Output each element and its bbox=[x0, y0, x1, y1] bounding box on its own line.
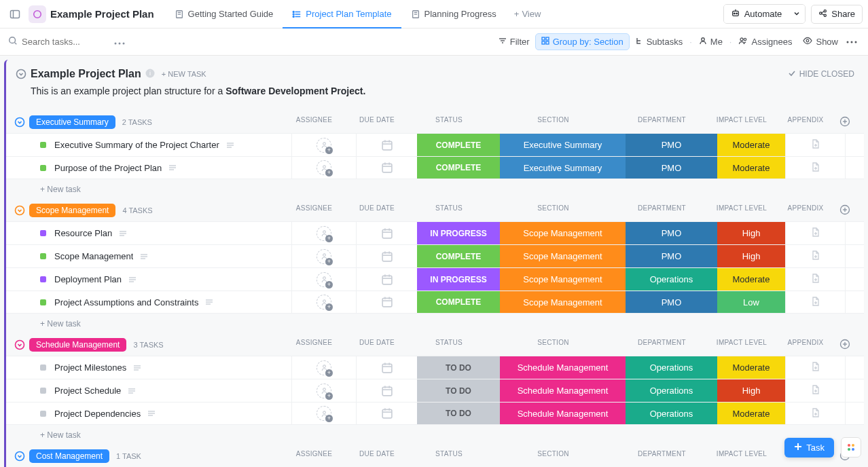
automate-button[interactable]: Automate bbox=[724, 5, 789, 23]
department-cell[interactable]: Operations bbox=[626, 356, 717, 379]
section-cell[interactable]: Scope Management bbox=[500, 291, 626, 313]
task-status-square[interactable] bbox=[40, 411, 46, 417]
appendix-cell[interactable] bbox=[785, 134, 845, 156]
col-impact[interactable]: IMPACT LEVEL bbox=[708, 204, 776, 217]
new-task-row[interactable]: + New task bbox=[6, 179, 864, 197]
task-status-square[interactable] bbox=[40, 165, 46, 171]
task-name[interactable]: Resource Plan bbox=[54, 228, 112, 238]
col-impact[interactable]: IMPACT LEVEL bbox=[708, 450, 776, 463]
add-assignee-icon[interactable] bbox=[317, 249, 331, 264]
col-appendix[interactable]: APPENDIX bbox=[776, 339, 835, 352]
new-task-row[interactable]: + New task bbox=[6, 314, 864, 331]
task-name[interactable]: Deployment Plan bbox=[54, 274, 122, 284]
section-chip[interactable]: Cost Management bbox=[29, 449, 109, 463]
col-impact[interactable]: IMPACT LEVEL bbox=[708, 339, 776, 352]
col-status[interactable]: STATUS bbox=[408, 339, 490, 352]
section-cell[interactable]: Scope Management bbox=[500, 245, 626, 267]
col-section[interactable]: SECTION bbox=[490, 204, 616, 217]
automate-dropdown[interactable] bbox=[789, 5, 805, 23]
col-status[interactable]: STATUS bbox=[408, 204, 490, 217]
file-add-icon[interactable] bbox=[810, 407, 821, 420]
col-status[interactable]: STATUS bbox=[408, 116, 490, 129]
impact-cell[interactable]: Moderate bbox=[717, 356, 785, 379]
due-date-cell[interactable] bbox=[356, 222, 417, 244]
show-button[interactable]: Show bbox=[797, 34, 844, 50]
task-name[interactable]: Project Dependencies bbox=[54, 409, 141, 419]
appendix-cell[interactable] bbox=[785, 403, 845, 424]
add-assignee-icon[interactable] bbox=[317, 360, 331, 375]
col-department[interactable]: DEPARTMENT bbox=[616, 450, 708, 463]
appendix-cell[interactable] bbox=[785, 291, 845, 313]
description-icon[interactable] bbox=[168, 164, 177, 172]
impact-cell[interactable]: High bbox=[717, 222, 785, 244]
col-due-date[interactable]: DUE DATE bbox=[346, 450, 408, 463]
file-add-icon[interactable] bbox=[810, 384, 821, 397]
status-cell[interactable]: COMPLETE bbox=[417, 157, 500, 179]
tab-project-plan-template[interactable]: Project Plan Template bbox=[283, 0, 401, 29]
task-row[interactable]: Executive Summary of the Project Charter… bbox=[6, 133, 864, 156]
add-assignee-icon[interactable] bbox=[317, 160, 331, 175]
task-row[interactable]: Project ScheduleTO DOSchedule Management… bbox=[6, 379, 864, 402]
add-column-button[interactable] bbox=[835, 204, 854, 217]
add-column-button[interactable] bbox=[835, 116, 854, 129]
add-assignee-icon[interactable] bbox=[317, 226, 331, 241]
section-collapse-icon[interactable] bbox=[14, 451, 25, 462]
appendix-cell[interactable] bbox=[785, 157, 845, 179]
apps-button[interactable] bbox=[841, 437, 861, 457]
status-cell[interactable]: IN PROGRESS bbox=[417, 222, 500, 244]
impact-cell[interactable]: Moderate bbox=[717, 134, 785, 156]
department-cell[interactable]: Operations bbox=[626, 268, 717, 291]
section-chip[interactable]: Scope Management bbox=[29, 204, 115, 217]
task-name[interactable]: Scope Management bbox=[54, 251, 133, 261]
add-assignee-icon[interactable] bbox=[317, 295, 331, 310]
appendix-cell[interactable] bbox=[785, 356, 845, 379]
due-date-cell[interactable] bbox=[356, 134, 417, 156]
impact-cell[interactable]: High bbox=[717, 379, 785, 402]
collapse-all-icon[interactable] bbox=[16, 69, 26, 79]
assignee-cell[interactable] bbox=[291, 245, 356, 267]
col-due-date[interactable]: DUE DATE bbox=[346, 204, 408, 217]
task-status-square[interactable] bbox=[40, 230, 46, 236]
col-assignee[interactable]: ASSIGNEE bbox=[282, 339, 346, 352]
section-cell[interactable]: Schedule Management bbox=[500, 356, 626, 379]
col-assignee[interactable]: ASSIGNEE bbox=[282, 116, 346, 129]
section-cell[interactable]: Scope Management bbox=[500, 222, 626, 244]
add-assignee-icon[interactable] bbox=[317, 384, 331, 398]
description-icon[interactable] bbox=[128, 276, 137, 284]
col-section[interactable]: SECTION bbox=[490, 116, 616, 129]
description-icon[interactable] bbox=[128, 387, 136, 395]
section-cell[interactable]: Schedule Management bbox=[500, 379, 626, 402]
assignee-cell[interactable] bbox=[291, 379, 356, 402]
file-add-icon[interactable] bbox=[810, 296, 821, 309]
file-add-icon[interactable] bbox=[810, 273, 821, 286]
col-due-date[interactable]: DUE DATE bbox=[346, 116, 408, 129]
impact-cell[interactable]: Low bbox=[717, 291, 785, 313]
add-assignee-icon[interactable] bbox=[317, 406, 331, 421]
assignee-cell[interactable] bbox=[291, 403, 356, 424]
assignee-cell[interactable] bbox=[291, 222, 356, 244]
sidebar-toggle[interactable] bbox=[5, 5, 24, 24]
share-button[interactable]: Share bbox=[811, 5, 863, 24]
project-status-icon[interactable] bbox=[29, 5, 46, 23]
section-cell[interactable]: Schedule Management bbox=[500, 403, 626, 424]
appendix-cell[interactable] bbox=[785, 379, 845, 402]
group-by-button[interactable]: Group by: Section bbox=[535, 33, 630, 50]
department-cell[interactable]: PMO bbox=[626, 245, 717, 267]
department-cell[interactable]: PMO bbox=[626, 222, 717, 244]
due-date-cell[interactable] bbox=[356, 157, 417, 179]
impact-cell[interactable]: High bbox=[717, 245, 785, 267]
description-icon[interactable] bbox=[205, 298, 213, 306]
section-cell[interactable]: Scope Management bbox=[500, 268, 626, 291]
assignee-cell[interactable] bbox=[291, 268, 356, 291]
status-cell[interactable]: COMPLETE bbox=[417, 245, 500, 267]
task-row[interactable]: Resource PlanIN PROGRESSScope Management… bbox=[6, 221, 864, 244]
impact-cell[interactable]: Moderate bbox=[717, 157, 785, 179]
add-assignee-icon[interactable] bbox=[317, 138, 331, 153]
file-add-icon[interactable] bbox=[810, 361, 821, 374]
section-collapse-icon[interactable] bbox=[14, 117, 25, 128]
task-row[interactable]: Deployment PlanIN PROGRESSScope Manageme… bbox=[6, 267, 864, 291]
description-icon[interactable] bbox=[147, 409, 156, 417]
task-status-square[interactable] bbox=[40, 388, 46, 394]
file-add-icon[interactable] bbox=[810, 138, 821, 151]
department-cell[interactable]: Operations bbox=[626, 403, 717, 424]
